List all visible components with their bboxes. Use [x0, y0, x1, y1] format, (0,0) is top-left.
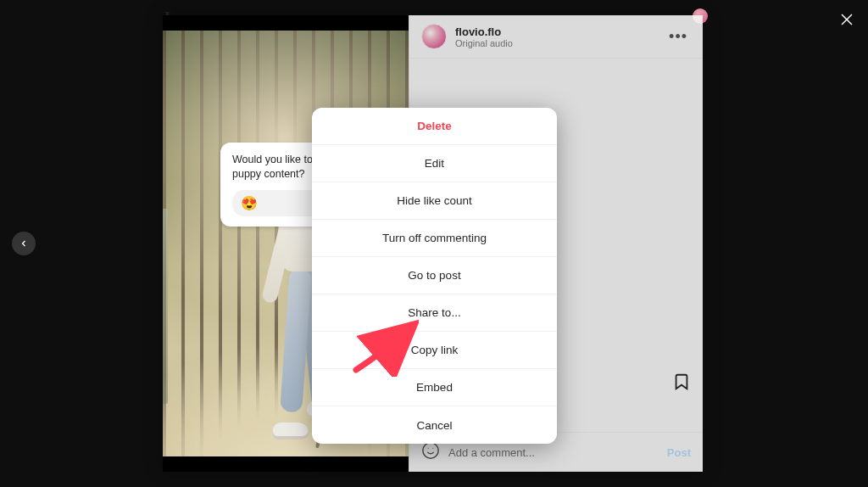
post-comment-button[interactable]: Post [667, 446, 691, 459]
letterbox [163, 15, 409, 31]
svg-point-0 [423, 443, 438, 458]
letterbox [163, 456, 409, 472]
save-button[interactable] [672, 372, 691, 395]
menu-item-cancel[interactable]: Cancel [312, 406, 557, 444]
menu-item-embed[interactable]: Embed [312, 369, 557, 406]
post-header: flovio.flo Original audio ••• [409, 15, 703, 59]
emoji-picker-button[interactable] [421, 441, 440, 463]
menu-item-go-to-post[interactable]: Go to post [312, 257, 557, 294]
close-icon [839, 12, 854, 27]
reel-thumbnail-strip [163, 209, 168, 404]
previous-post-button[interactable] [12, 232, 36, 255]
avatar[interactable] [421, 24, 447, 49]
comment-input[interactable] [448, 446, 659, 459]
menu-item-hide-like-count[interactable]: Hide like count [312, 182, 557, 220]
heart-eyes-emoji: 😍 [241, 195, 258, 211]
bookmark-icon [672, 372, 691, 391]
audio-subtitle[interactable]: Original audio [455, 38, 513, 48]
menu-item-turn-off-commenting[interactable]: Turn off commenting [312, 220, 557, 257]
post-options-menu: DeleteEditHide like countTurn off commen… [312, 108, 557, 444]
username[interactable]: flovio.flo [455, 25, 513, 38]
chevron-left-icon [19, 238, 29, 249]
user-block: flovio.flo Original audio [455, 25, 513, 48]
menu-item-delete[interactable]: Delete [312, 108, 557, 145]
close-button[interactable] [839, 12, 854, 31]
menu-item-edit[interactable]: Edit [312, 145, 557, 182]
more-options-button[interactable]: ••• [665, 25, 691, 49]
smile-icon [421, 441, 440, 460]
menu-item-share-to[interactable]: Share to... [312, 294, 557, 332]
menu-item-copy-link[interactable]: Copy link [312, 332, 557, 369]
